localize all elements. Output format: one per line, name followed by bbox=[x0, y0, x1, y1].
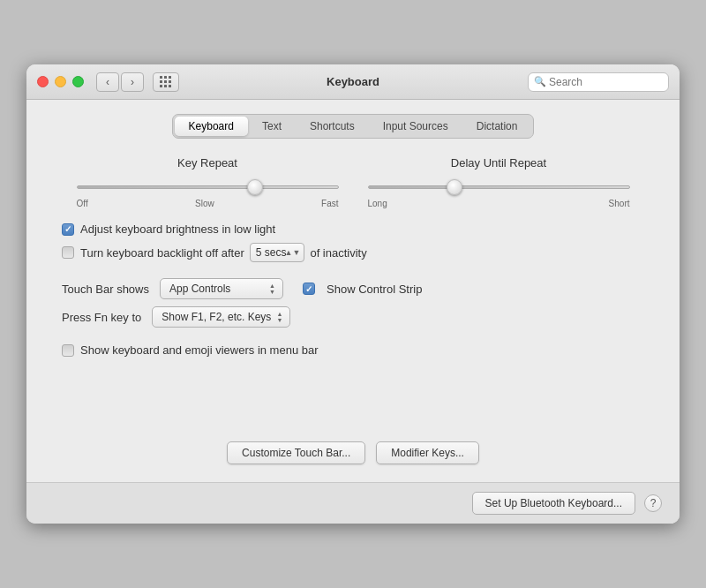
delay-repeat-labels: Long Short bbox=[368, 199, 630, 208]
window-title: Keyboard bbox=[327, 75, 379, 88]
tab-input-sources[interactable]: Input Sources bbox=[369, 117, 462, 136]
touch-bar-select[interactable]: App Controls ▲ ▼ bbox=[160, 278, 283, 299]
customize-touch-bar-button[interactable]: Customize Touch Bar... bbox=[227, 441, 365, 464]
minimize-button[interactable] bbox=[55, 76, 66, 87]
brightness-label: Adjust keyboard brightness in low light bbox=[80, 222, 275, 236]
backlight-suffix: of inactivity bbox=[310, 246, 366, 260]
tabs-bar: Keyboard Text Shortcuts Input Sources Di… bbox=[172, 114, 535, 139]
touch-bar-arrows: ▲ ▼ bbox=[269, 283, 275, 295]
emoji-viewers-label: Show keyboard and emoji viewers in menu … bbox=[80, 343, 319, 357]
search-icon: 🔍 bbox=[534, 76, 546, 87]
sliders-section: Key Repeat Off Slow Fast Delay Until Rep… bbox=[62, 156, 644, 208]
fn-key-label: Press Fn key to bbox=[62, 311, 141, 324]
close-button[interactable] bbox=[37, 76, 49, 87]
backlight-off-checkbox[interactable] bbox=[62, 246, 74, 259]
keyboard-preferences-window: ‹ › Keyboard 🔍 Keyboard Text Shortcuts I… bbox=[26, 64, 680, 524]
key-repeat-labels: Off Slow Fast bbox=[77, 199, 339, 208]
key-repeat-thumb[interactable] bbox=[247, 179, 263, 195]
key-repeat-fast-label: Fast bbox=[321, 199, 338, 208]
maximize-button[interactable] bbox=[72, 76, 84, 87]
delay-repeat-track bbox=[368, 185, 630, 189]
backlight-duration-value: 5 secs bbox=[256, 246, 287, 259]
touch-bar-row: Touch Bar shows App Controls ▲ ▼ Show Co… bbox=[62, 278, 644, 299]
traffic-lights bbox=[37, 76, 84, 87]
grid-icon bbox=[160, 76, 172, 88]
brightness-row: Adjust keyboard brightness in low light bbox=[62, 222, 644, 236]
brightness-checkbox[interactable] bbox=[62, 223, 74, 236]
tab-dictation[interactable]: Dictation bbox=[462, 117, 532, 136]
delay-repeat-thumb[interactable] bbox=[447, 179, 462, 195]
nav-buttons: ‹ › bbox=[96, 72, 144, 92]
content-area: Keyboard Text Shortcuts Input Sources Di… bbox=[26, 100, 680, 482]
delay-repeat-group: Delay Until Repeat Long Short bbox=[368, 156, 630, 208]
fn-down-arrow-icon: ▼ bbox=[276, 317, 282, 323]
search-box[interactable]: 🔍 bbox=[528, 72, 669, 92]
titlebar: ‹ › Keyboard 🔍 bbox=[26, 64, 680, 100]
delay-short-label: Short bbox=[609, 199, 630, 208]
backlight-off-row: Turn keyboard backlight off after 5 secs… bbox=[62, 243, 644, 262]
show-control-strip-label: Show Control Strip bbox=[327, 283, 422, 296]
show-control-strip-section: Show Control Strip bbox=[303, 283, 422, 296]
bottom-buttons: Customize Touch Bar... Modifier Keys... bbox=[62, 427, 644, 464]
key-repeat-track bbox=[77, 185, 339, 189]
help-button[interactable]: ? bbox=[644, 494, 662, 512]
grid-button[interactable] bbox=[153, 72, 179, 92]
backlight-duration-arrow: ▲▼ bbox=[285, 248, 301, 257]
fn-key-arrows: ▲ ▼ bbox=[276, 311, 282, 323]
delay-long-label: Long bbox=[368, 199, 387, 208]
fn-key-row: Press Fn key to Show F1, F2, etc. Keys ▲… bbox=[62, 306, 644, 328]
key-repeat-off-label: Off bbox=[77, 199, 88, 208]
touch-bar-value: App Controls bbox=[169, 283, 230, 295]
touch-bar-label: Touch Bar shows bbox=[62, 283, 149, 296]
backlight-off-label: Turn keyboard backlight off after bbox=[80, 246, 244, 260]
backlight-duration-select[interactable]: 5 secs ▲▼ bbox=[250, 243, 305, 262]
modifier-keys-button[interactable]: Modifier Keys... bbox=[376, 441, 479, 464]
key-repeat-group: Key Repeat Off Slow Fast bbox=[77, 156, 339, 208]
emoji-viewers-row: Show keyboard and emoji viewers in menu … bbox=[62, 343, 644, 357]
fn-up-arrow-icon: ▲ bbox=[276, 311, 282, 317]
show-control-strip-checkbox[interactable] bbox=[303, 283, 315, 295]
down-arrow-icon: ▼ bbox=[269, 289, 275, 295]
footer: Set Up Bluetooth Keyboard... ? bbox=[26, 482, 680, 524]
key-repeat-slider-track bbox=[77, 178, 339, 196]
forward-button[interactable]: › bbox=[121, 72, 144, 92]
options-section: Adjust keyboard brightness in low light … bbox=[62, 222, 644, 357]
delay-repeat-slider-track bbox=[368, 178, 630, 196]
tab-keyboard-content: Key Repeat Off Slow Fast Delay Until Rep… bbox=[44, 156, 662, 464]
tab-text[interactable]: Text bbox=[248, 117, 296, 136]
set-up-bluetooth-button[interactable]: Set Up Bluetooth Keyboard... bbox=[472, 492, 635, 515]
key-repeat-slow-label: Slow bbox=[195, 199, 214, 208]
emoji-viewers-checkbox[interactable] bbox=[62, 344, 74, 357]
fn-key-select[interactable]: Show F1, F2, etc. Keys ▲ ▼ bbox=[152, 306, 290, 328]
tab-shortcuts[interactable]: Shortcuts bbox=[296, 117, 369, 136]
up-arrow-icon: ▲ bbox=[269, 283, 275, 289]
delay-repeat-label: Delay Until Repeat bbox=[451, 156, 546, 170]
back-button[interactable]: ‹ bbox=[96, 72, 119, 92]
key-repeat-label: Key Repeat bbox=[177, 156, 237, 170]
search-input[interactable] bbox=[549, 76, 663, 88]
fn-key-value: Show F1, F2, etc. Keys bbox=[161, 311, 271, 323]
tab-keyboard[interactable]: Keyboard bbox=[175, 117, 248, 136]
